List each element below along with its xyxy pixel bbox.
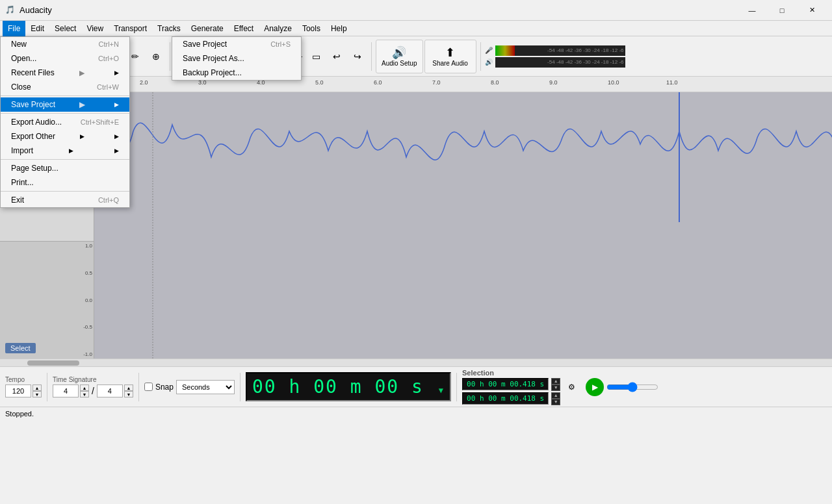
save-project-as-item[interactable]: Save Project As... <box>172 51 301 66</box>
time-sig-denom-down[interactable]: ▼ <box>124 391 133 397</box>
tempo-value[interactable]: 120 <box>5 384 31 397</box>
time-sig-label: Time Signature <box>53 376 133 383</box>
undo-btn[interactable]: ↩ <box>327 47 346 66</box>
time-sig-numerator[interactable]: 4 <box>53 384 79 397</box>
menu-import-label: Import <box>11 146 33 155</box>
horizontal-scrollbar[interactable] <box>0 359 832 366</box>
scale-top: 1.0 <box>1 243 92 249</box>
separator-5 <box>480 42 481 71</box>
menu-view[interactable]: View <box>81 21 109 36</box>
ruler-tick: 10.0 <box>608 79 619 86</box>
backup-project-item[interactable]: Backup Project... <box>172 66 301 80</box>
menu-recent-label: Recent Files <box>11 68 55 77</box>
sel-end-up[interactable]: ▲ <box>551 392 560 399</box>
menu-page-setup-label: Page Setup... <box>11 164 58 173</box>
level-meters: 🎤 -54 -48 -42 -36 -30 -24 -18 -12 -6 🔊 -… <box>485 45 625 68</box>
menu-help[interactable]: Help <box>326 21 352 36</box>
selection-start-spin: ▲ ▼ <box>551 378 560 391</box>
menu-effect[interactable]: Effect <box>229 21 259 36</box>
menu-recent-files[interactable]: Recent Files ▶ <box>1 66 129 80</box>
redo-btn[interactable]: ↪ <box>348 47 367 66</box>
status-text: Stopped. <box>5 410 34 418</box>
menubar: File Edit Select View Transport Tracks G… <box>0 21 832 36</box>
menu-tools[interactable]: Tools <box>297 21 326 36</box>
time-sig-num-down[interactable]: ▼ <box>80 391 89 397</box>
save-project-as-label: Save Project As... <box>183 54 244 63</box>
settings-btn[interactable]: ⚙ <box>568 383 575 392</box>
input-meter: -54 -48 -42 -36 -30 -24 -18 -12 -6 <box>495 45 625 56</box>
minimize-button[interactable]: — <box>737 0 767 21</box>
menu-analyze[interactable]: Analyze <box>259 21 297 36</box>
separator-2 <box>170 42 170 71</box>
menu-exit[interactable]: Exit Ctrl+Q <box>1 193 129 207</box>
sep1 <box>1 95 129 96</box>
menu-page-setup[interactable]: Page Setup... <box>1 161 129 175</box>
time-sig-input: 4 ▲ ▼ / 4 ▲ ▼ <box>53 384 133 397</box>
save-project-shortcut: Ctrl+S <box>270 40 291 48</box>
backup-project-label: Backup Project... <box>183 68 242 77</box>
share-audio-button[interactable]: ⬆ Share Audio <box>424 40 476 73</box>
menu-exit-label: Exit <box>11 195 24 205</box>
selection-end-display[interactable]: 00 h 00 m 00.418 s <box>462 392 549 405</box>
time-dropdown-icon[interactable]: ▼ <box>439 386 445 395</box>
menu-edit[interactable]: Edit <box>25 21 49 36</box>
tempo-down-btn[interactable]: ▼ <box>32 391 42 397</box>
zoom-tool-btn[interactable]: ⊕ <box>146 47 166 66</box>
menu-export-audio[interactable]: Export Audio... Ctrl+Shift+E <box>1 115 129 129</box>
audio-setup-button[interactable]: 🔊 Audio Setup <box>376 40 423 73</box>
menu-open[interactable]: Open... Ctrl+O <box>1 51 129 66</box>
menu-save-project[interactable]: Save Project ▶ <box>1 97 129 112</box>
waveform-area[interactable] <box>94 92 832 359</box>
menu-close-shortcut: Ctrl+W <box>97 83 119 91</box>
sel-start-down[interactable]: ▼ <box>551 384 560 391</box>
menu-tracks[interactable]: Tracks <box>152 21 186 36</box>
app-icon: 🎵 <box>5 5 16 16</box>
share-audio-label: Share Audio <box>432 60 468 67</box>
scrollbar-thumb[interactable] <box>27 360 79 366</box>
separator-4 <box>371 42 372 71</box>
silence-btn[interactable]: ▭ <box>306 47 326 66</box>
menu-new[interactable]: New Ctrl+N <box>1 37 129 51</box>
titlebar: 🎵 Audacity — □ ✕ <box>0 0 832 21</box>
menu-print[interactable]: Print... <box>1 175 129 190</box>
selection-section: Selection 00 h 00 m 00.418 s ▲ ▼ 00 h 00… <box>462 369 560 405</box>
sep2 <box>1 113 129 114</box>
time-sig-denominator[interactable]: 4 <box>97 384 123 397</box>
menu-generate[interactable]: Generate <box>186 21 229 36</box>
sel-end-down[interactable]: ▼ <box>551 399 560 405</box>
save-project-label: Save Project <box>183 40 227 49</box>
time-sig-denom-up[interactable]: ▲ <box>124 384 133 391</box>
save-project-item[interactable]: Save Project Ctrl+S <box>172 37 301 51</box>
selection-start-display[interactable]: 00 h 00 m 00.418 s <box>462 378 549 390</box>
playback-speed-slider[interactable] <box>606 382 658 392</box>
snap-select[interactable]: Seconds Milliseconds Samples <box>176 380 235 394</box>
snap-section: Snap Seconds Milliseconds Samples <box>144 380 235 394</box>
menu-export-audio-label: Export Audio... <box>11 118 62 127</box>
menu-save-arrow: ▶ <box>79 100 85 109</box>
close-button[interactable]: ✕ <box>797 0 827 21</box>
time-sig-num-up[interactable]: ▲ <box>80 384 89 391</box>
scale-mid-upper: 0.5 <box>1 270 92 276</box>
selection-label: Selection <box>462 369 560 377</box>
snap-checkbox[interactable] <box>144 383 153 391</box>
time-display: 00 h 00 m 00 s ▼ <box>246 372 451 401</box>
menu-export-other[interactable]: Export Other ▶ <box>1 129 129 144</box>
snap-label[interactable]: Snap <box>155 383 174 392</box>
scale-center: 0.0 <box>1 297 92 303</box>
menu-file[interactable]: File <box>3 21 25 36</box>
menu-open-label: Open... <box>11 54 36 63</box>
menu-export-shortcut: Ctrl+Shift+E <box>81 118 119 126</box>
menu-import-arrow: ▶ <box>69 147 73 154</box>
menu-import[interactable]: Import ▶ <box>1 144 129 158</box>
select-button[interactable]: Select <box>5 343 36 353</box>
ruler-tick: 9.0 <box>549 79 558 86</box>
time-sig-slash: / <box>92 386 94 396</box>
tempo-up-btn[interactable]: ▲ <box>32 384 42 391</box>
menu-save-label: Save Project <box>11 100 55 109</box>
play-button[interactable]: ▶ <box>586 378 604 396</box>
menu-select[interactable]: Select <box>49 21 81 36</box>
sel-start-up[interactable]: ▲ <box>551 378 560 384</box>
menu-transport[interactable]: Transport <box>109 21 152 36</box>
maximize-button[interactable]: □ <box>767 0 797 21</box>
menu-close[interactable]: Close Ctrl+W <box>1 80 129 94</box>
